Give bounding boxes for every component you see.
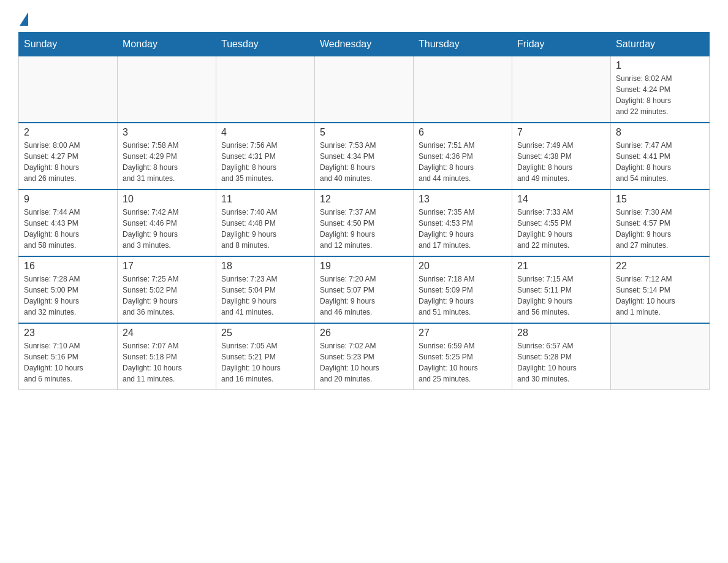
day-number: 9 [24,194,112,205]
calendar-cell: 25Sunrise: 7:05 AM Sunset: 5:21 PM Dayli… [216,323,315,390]
calendar-cell: 6Sunrise: 7:51 AM Sunset: 4:36 PM Daylig… [414,123,512,190]
day-number: 14 [517,194,605,205]
calendar-cell: 18Sunrise: 7:23 AM Sunset: 5:04 PM Dayli… [216,256,315,323]
day-info: Sunrise: 7:07 AM Sunset: 5:18 PM Dayligh… [123,340,211,385]
day-info: Sunrise: 7:53 AM Sunset: 4:34 PM Dayligh… [320,140,408,184]
calendar-cell: 5Sunrise: 7:53 AM Sunset: 4:34 PM Daylig… [315,123,414,190]
calendar-cell [414,56,512,123]
day-info: Sunrise: 6:59 AM Sunset: 5:25 PM Dayligh… [419,340,507,385]
calendar-cell: 22Sunrise: 7:12 AM Sunset: 5:14 PM Dayli… [611,256,710,323]
calendar-cell: 24Sunrise: 7:07 AM Sunset: 5:18 PM Dayli… [118,323,216,390]
calendar-cell [118,56,216,123]
day-number: 20 [419,261,507,272]
day-number: 10 [123,194,211,205]
day-info: Sunrise: 6:57 AM Sunset: 5:28 PM Dayligh… [517,340,605,385]
calendar-table: SundayMondayTuesdayWednesdayThursdayFrid… [18,32,710,390]
calendar-cell [611,323,710,390]
calendar-week-row: 1Sunrise: 8:02 AM Sunset: 4:24 PM Daylig… [19,56,710,123]
day-number: 23 [24,327,112,339]
day-number: 27 [419,327,507,339]
day-info: Sunrise: 7:44 AM Sunset: 4:43 PM Dayligh… [24,207,112,251]
calendar-cell: 19Sunrise: 7:20 AM Sunset: 5:07 PM Dayli… [315,256,414,323]
day-info: Sunrise: 7:37 AM Sunset: 4:50 PM Dayligh… [320,207,408,251]
calendar-cell: 8Sunrise: 7:47 AM Sunset: 4:41 PM Daylig… [611,123,710,190]
day-info: Sunrise: 7:20 AM Sunset: 5:07 PM Dayligh… [320,274,408,318]
day-number: 15 [616,194,704,205]
day-info: Sunrise: 7:33 AM Sunset: 4:55 PM Dayligh… [517,207,605,251]
day-info: Sunrise: 7:05 AM Sunset: 5:21 PM Dayligh… [221,340,309,385]
day-info: Sunrise: 7:40 AM Sunset: 4:48 PM Dayligh… [221,207,309,251]
calendar-cell [512,56,611,123]
day-info: Sunrise: 7:28 AM Sunset: 5:00 PM Dayligh… [24,274,112,318]
day-number: 22 [616,261,704,272]
calendar-day-header-sunday: Sunday [19,33,118,56]
calendar-cell: 17Sunrise: 7:25 AM Sunset: 5:02 PM Dayli… [118,256,216,323]
calendar-cell: 10Sunrise: 7:42 AM Sunset: 4:46 PM Dayli… [118,190,216,256]
day-number: 18 [221,261,309,272]
calendar-cell: 16Sunrise: 7:28 AM Sunset: 5:00 PM Dayli… [19,256,118,323]
calendar-cell: 9Sunrise: 7:44 AM Sunset: 4:43 PM Daylig… [19,190,118,256]
calendar-cell: 23Sunrise: 7:10 AM Sunset: 5:16 PM Dayli… [19,323,118,390]
calendar-day-header-monday: Monday [118,33,216,56]
day-info: Sunrise: 7:15 AM Sunset: 5:11 PM Dayligh… [517,274,605,318]
day-info: Sunrise: 7:35 AM Sunset: 4:53 PM Dayligh… [419,207,507,251]
page-header [18,12,710,22]
day-info: Sunrise: 7:02 AM Sunset: 5:23 PM Dayligh… [320,340,408,385]
day-info: Sunrise: 7:56 AM Sunset: 4:31 PM Dayligh… [221,140,309,184]
day-number: 16 [24,261,112,272]
calendar-cell: 27Sunrise: 6:59 AM Sunset: 5:25 PM Dayli… [414,323,512,390]
calendar-cell: 4Sunrise: 7:56 AM Sunset: 4:31 PM Daylig… [216,123,315,190]
calendar-day-header-tuesday: Tuesday [216,33,315,56]
calendar-cell: 21Sunrise: 7:15 AM Sunset: 5:11 PM Dayli… [512,256,611,323]
day-info: Sunrise: 7:18 AM Sunset: 5:09 PM Dayligh… [419,274,507,318]
day-info: Sunrise: 8:02 AM Sunset: 4:24 PM Dayligh… [616,73,704,117]
calendar-cell: 3Sunrise: 7:58 AM Sunset: 4:29 PM Daylig… [118,123,216,190]
calendar-cell: 12Sunrise: 7:37 AM Sunset: 4:50 PM Dayli… [315,190,414,256]
logo [18,12,28,22]
day-info: Sunrise: 7:12 AM Sunset: 5:14 PM Dayligh… [616,274,704,318]
day-number: 24 [123,327,211,339]
day-number: 11 [221,194,309,205]
calendar-cell [19,56,118,123]
day-info: Sunrise: 7:49 AM Sunset: 4:38 PM Dayligh… [517,140,605,184]
calendar-week-row: 23Sunrise: 7:10 AM Sunset: 5:16 PM Dayli… [19,323,710,390]
calendar-cell: 28Sunrise: 6:57 AM Sunset: 5:28 PM Dayli… [512,323,611,390]
calendar-cell: 7Sunrise: 7:49 AM Sunset: 4:38 PM Daylig… [512,123,611,190]
calendar-day-header-saturday: Saturday [611,33,710,56]
day-info: Sunrise: 7:23 AM Sunset: 5:04 PM Dayligh… [221,274,309,318]
day-number: 5 [320,127,408,138]
calendar-day-header-wednesday: Wednesday [315,33,414,56]
day-info: Sunrise: 7:58 AM Sunset: 4:29 PM Dayligh… [123,140,211,184]
calendar-cell [315,56,414,123]
day-info: Sunrise: 7:25 AM Sunset: 5:02 PM Dayligh… [123,274,211,318]
day-number: 4 [221,127,309,138]
calendar-cell: 13Sunrise: 7:35 AM Sunset: 4:53 PM Dayli… [414,190,512,256]
logo-triangle-icon [20,12,28,26]
day-number: 2 [24,127,112,138]
day-number: 17 [123,261,211,272]
day-number: 8 [616,127,704,138]
calendar-cell: 14Sunrise: 7:33 AM Sunset: 4:55 PM Dayli… [512,190,611,256]
day-number: 3 [123,127,211,138]
day-number: 28 [517,327,605,339]
calendar-week-row: 9Sunrise: 7:44 AM Sunset: 4:43 PM Daylig… [19,190,710,256]
calendar-day-header-thursday: Thursday [414,33,512,56]
day-info: Sunrise: 7:47 AM Sunset: 4:41 PM Dayligh… [616,140,704,184]
day-info: Sunrise: 7:30 AM Sunset: 4:57 PM Dayligh… [616,207,704,251]
day-info: Sunrise: 7:42 AM Sunset: 4:46 PM Dayligh… [123,207,211,251]
day-number: 6 [419,127,507,138]
day-info: Sunrise: 7:51 AM Sunset: 4:36 PM Dayligh… [419,140,507,184]
day-info: Sunrise: 7:10 AM Sunset: 5:16 PM Dayligh… [24,340,112,385]
calendar-header-row: SundayMondayTuesdayWednesdayThursdayFrid… [19,33,710,56]
calendar-cell: 20Sunrise: 7:18 AM Sunset: 5:09 PM Dayli… [414,256,512,323]
calendar-week-row: 16Sunrise: 7:28 AM Sunset: 5:00 PM Dayli… [19,256,710,323]
day-number: 7 [517,127,605,138]
day-info: Sunrise: 8:00 AM Sunset: 4:27 PM Dayligh… [24,140,112,184]
calendar-cell: 1Sunrise: 8:02 AM Sunset: 4:24 PM Daylig… [611,56,710,123]
day-number: 26 [320,327,408,339]
day-number: 13 [419,194,507,205]
calendar-cell [216,56,315,123]
day-number: 12 [320,194,408,205]
day-number: 1 [616,60,704,71]
day-number: 19 [320,261,408,272]
